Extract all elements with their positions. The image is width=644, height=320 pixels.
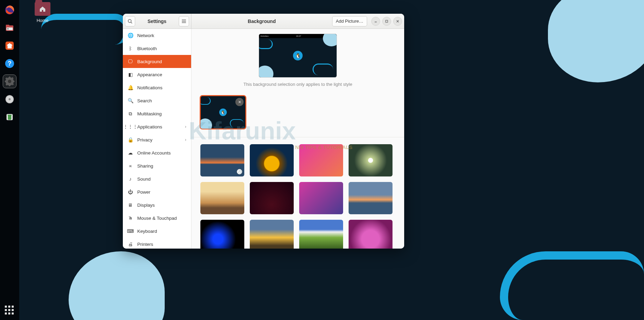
search-button[interactable] (125, 16, 135, 26)
svg-rect-4 (7, 28, 9, 30)
sidebar-item-label: Appearance (137, 72, 162, 77)
files-icon[interactable] (3, 21, 16, 34)
sidebar-sound[interactable]: ♪Sound (123, 172, 191, 185)
sidebar-notifications[interactable]: 🔔Notifications (123, 81, 191, 94)
minimize-button[interactable] (371, 17, 380, 26)
maximize-button[interactable] (382, 17, 391, 26)
wallpaper-sunflower[interactable] (250, 144, 294, 176)
desktop-home-label: Home (30, 18, 56, 23)
sidebar-multitasking-icon: ⧉ (128, 111, 133, 116)
dock: ? (0, 0, 19, 320)
wallpaper-jellyfish-purple[interactable] (299, 182, 343, 214)
sidebar-item-label: Sound (137, 176, 151, 182)
wallpaper-sunset-mirror[interactable] (349, 182, 393, 214)
sidebar-keyboard-icon: ⌨ (128, 228, 133, 234)
svg-rect-14 (13, 81, 14, 82)
disk-icon[interactable] (3, 93, 16, 106)
sidebar-search-icon: 🔍 (128, 98, 133, 103)
sidebar-background-icon: 🖵 (128, 59, 133, 64)
sidebar-item-label: Search (137, 98, 152, 103)
settings-title: Settings (137, 19, 177, 24)
svg-point-10 (8, 80, 11, 83)
help-icon[interactable]: ? (3, 57, 16, 70)
chevron-right-icon: › (185, 124, 186, 129)
wallpaper-jellyfish-dark[interactable] (250, 182, 294, 214)
svg-point-24 (128, 19, 131, 22)
desktop-home-folder[interactable]: Home (30, 2, 56, 23)
svg-rect-12 (9, 84, 10, 86)
background-content: Activities 19:27 ▾ 🔊 ⏻ 🐧 This background… (191, 29, 404, 249)
custom-wallpaper-thumb[interactable]: 🐧 ✕ (200, 96, 246, 129)
sidebar-online-accounts[interactable]: ☁Online Accounts (123, 146, 191, 159)
trash-icon[interactable] (3, 111, 16, 124)
wallpaper-geometric-pink[interactable] (299, 144, 343, 176)
sidebar-network[interactable]: 🌐Network (123, 29, 191, 42)
sidebar-appearance-icon: ◧ (128, 72, 133, 77)
wallpaper-pink-jellyfish[interactable] (349, 220, 393, 249)
sidebar-multitasking[interactable]: ⧉Multitasking (123, 107, 191, 120)
sidebar-sharing[interactable]: ∝Sharing (123, 159, 191, 172)
sidebar-appearance[interactable]: ◧Appearance (123, 68, 191, 81)
svg-rect-23 (8, 115, 12, 115)
sidebar-mouse-icon: 🖱 (128, 215, 133, 221)
sidebar-item-label: Power (137, 190, 150, 195)
headerbar: Settings Background Add Picture… (123, 14, 404, 29)
sidebar-item-label: Bluetooth (137, 46, 157, 51)
desktop-bg-shape (69, 251, 165, 320)
sidebar-mouse[interactable]: 🖱Mouse & Touchpad (123, 212, 191, 225)
svg-rect-2 (6, 25, 9, 26)
sidebar-search[interactable]: 🔍Search (123, 94, 191, 107)
firefox-icon[interactable] (3, 3, 16, 16)
sidebar-item-label: Background (137, 59, 162, 64)
wallpaper-sunset-lake[interactable]: 🕐 (200, 144, 244, 176)
sidebar-printers[interactable]: 🖨Printers (123, 238, 191, 249)
svg-line-25 (131, 22, 132, 23)
menu-button[interactable] (179, 16, 189, 26)
wallpaper-blue-smoke[interactable] (200, 220, 244, 249)
sidebar-online-accounts-icon: ☁ (128, 150, 133, 156)
software-icon[interactable] (3, 39, 16, 52)
sidebar-printers-icon: 🖨 (128, 241, 133, 247)
sidebar-displays-icon: 🖥 (128, 202, 133, 208)
sidebar-item-label: Keyboard (137, 229, 157, 234)
tux-icon: 🐧 (293, 51, 303, 60)
sidebar-privacy-icon: 🔒 (128, 137, 133, 142)
sidebar-privacy[interactable]: 🔒Privacy› (123, 133, 191, 146)
sidebar-network-icon: 🌐 (128, 33, 133, 38)
preview-time: 19:27 (296, 35, 301, 37)
sidebar-item-label: Displays (137, 203, 155, 208)
background-hint: This background selection only applies t… (191, 82, 404, 87)
wallpaper-mountain-sunset[interactable] (250, 220, 294, 249)
sidebar-background[interactable]: 🖵Background (123, 55, 191, 68)
sidebar-item-label: Applications (137, 124, 162, 129)
wallpaper-road-field[interactable] (200, 182, 244, 214)
time-based-icon: 🕐 (237, 169, 242, 174)
sidebar-item-label: Multitasking (137, 111, 162, 116)
sidebar-displays[interactable]: 🖥Displays (123, 198, 191, 212)
sidebar-power[interactable]: ⏻Power (123, 185, 191, 198)
svg-rect-6 (8, 46, 12, 48)
sidebar-bluetooth[interactable]: ᛒBluetooth (123, 42, 191, 55)
desktop-bg-shape (548, 0, 644, 82)
chevron-right-icon: › (185, 137, 186, 142)
svg-point-21 (9, 98, 11, 100)
settings-window: Settings Background Add Picture… 🌐Net (123, 14, 404, 249)
sidebar-item-label: Notifications (137, 85, 163, 90)
settings-icon[interactable] (3, 75, 16, 88)
wallpaper-cherry-blossom[interactable] (349, 144, 393, 176)
sidebar-bluetooth-icon: ᛒ (128, 46, 133, 51)
sidebar-keyboard[interactable]: ⌨Keyboard (123, 225, 191, 238)
page-title: Background (194, 19, 330, 24)
sidebar-sound-icon: ♪ (128, 176, 133, 182)
background-preview: Activities 19:27 ▾ 🔊 ⏻ 🐧 (259, 34, 337, 78)
svg-text:?: ? (8, 60, 12, 67)
remove-wallpaper-button[interactable]: ✕ (235, 98, 244, 106)
add-picture-button[interactable]: Add Picture… (332, 16, 367, 26)
sidebar-applications[interactable]: ⋮⋮⋮Applications› (123, 120, 191, 133)
sidebar-item-label: Privacy (137, 137, 152, 142)
show-apps-button[interactable] (5, 306, 14, 315)
wallpaper-green-hills[interactable] (299, 220, 343, 249)
sidebar-item-label: Sharing (137, 163, 153, 169)
svg-rect-30 (386, 20, 388, 22)
close-button[interactable] (393, 17, 402, 26)
